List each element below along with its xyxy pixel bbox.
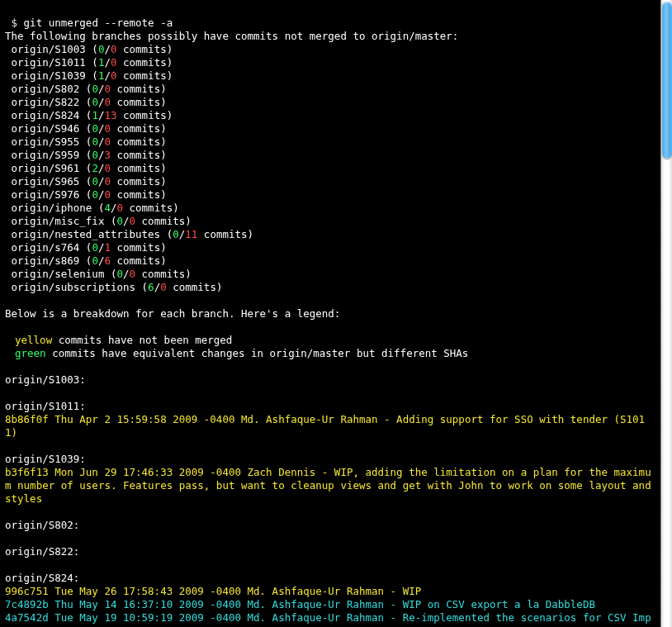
commit-count-a: 0 xyxy=(173,228,179,240)
commit-count-a: 0 xyxy=(92,83,98,95)
branch-section-header: origin/S802: xyxy=(5,519,79,531)
intro-line: The following branches possibly have com… xyxy=(5,30,458,42)
commit-count-a: 6 xyxy=(148,281,154,293)
commit-count-b: 13 xyxy=(104,109,116,121)
branch-row: origin/iphone (4/0 commits) xyxy=(12,202,179,214)
commit-count-a: 0 xyxy=(116,215,123,227)
commit-line: 7c4892b Thu May 14 16:37:10 2009 -0400 M… xyxy=(5,598,595,610)
commit-count-a: 0 xyxy=(92,135,98,148)
commit-count-a: 0 xyxy=(92,96,98,108)
commit-count-b: 0 xyxy=(104,83,111,95)
commit-count-a: 0 xyxy=(92,254,98,267)
commit-count-b: 3 xyxy=(104,149,111,161)
branch-sections: origin/S1003: origin/S1011: 8b86f0f Thu … xyxy=(5,373,657,627)
branch-row: origin/S802 (0/0 commits) xyxy=(12,83,167,95)
prompt-line: $ git unmerged --remote -a xyxy=(5,17,173,29)
commit-count-b: 0 xyxy=(111,69,117,82)
branch-section-header: origin/S822: xyxy=(5,545,79,558)
commit-count-b: 0 xyxy=(130,268,136,280)
commit-count-b: 0 xyxy=(111,56,117,69)
commit-count-a: 0 xyxy=(116,268,123,280)
commit-count-a: 0 xyxy=(92,175,98,188)
branch-row: origin/misc_fix (0/0 commits) xyxy=(12,215,192,227)
commit-count-b: 0 xyxy=(116,202,123,214)
branch-section-header: origin/S1039: xyxy=(5,453,86,465)
branch-row: origin/S822 (0/0 commits) xyxy=(12,96,167,108)
branch-row: origin/nested_attributes (0/11 commits) xyxy=(12,228,254,240)
branch-row: origin/S1003 (0/0 commits) xyxy=(12,43,173,55)
commit-line: 8b86f0f Thu Apr 2 15:59:58 2009 -0400 Md… xyxy=(5,413,645,439)
commit-count-a: 0 xyxy=(92,241,98,254)
commit-count-b: 0 xyxy=(104,135,111,148)
branch-row: origin/s869 (0/6 commits) xyxy=(12,254,167,267)
breakdown-intro: Below is a breakdown for each branch. He… xyxy=(5,307,340,320)
legend-yellow-desc: commits have not been merged xyxy=(52,334,232,346)
commit-count-a: 0 xyxy=(92,149,98,161)
branch-row: origin/S824 (1/13 commits) xyxy=(12,109,173,121)
commit-count-a: 1 xyxy=(92,109,98,121)
commit-line: 996c751 Tue May 26 17:58:43 2009 -0400 M… xyxy=(5,585,421,597)
commit-count-b: 0 xyxy=(104,96,111,108)
commit-count-b: 0 xyxy=(111,43,117,55)
commit-count-a: 0 xyxy=(92,122,98,135)
legend-green: green commits have equivalent changes in… xyxy=(5,347,468,359)
branch-section-header: origin/S1003: xyxy=(5,373,86,386)
commit-count-a: 4 xyxy=(104,202,111,214)
branch-section-header: origin/S1011: xyxy=(5,400,86,412)
commit-line: b3f6f13 Mon Jun 29 17:46:33 2009 -0400 Z… xyxy=(5,466,657,505)
commit-count-a: 2 xyxy=(92,162,98,174)
commit-count-b: 0 xyxy=(104,122,111,135)
branch-row: origin/subscriptions (6/0 commits) xyxy=(12,281,223,293)
prompt-symbol: $ xyxy=(12,17,18,29)
commit-count-b: 0 xyxy=(104,162,111,174)
scrollbar[interactable] xyxy=(660,0,672,627)
command-text: git unmerged --remote -a xyxy=(24,17,173,29)
branch-row: origin/S946 (0/0 commits) xyxy=(12,122,167,135)
branch-row: origin/S1011 (1/0 commits) xyxy=(12,56,173,69)
commit-count-b: 0 xyxy=(104,175,111,188)
branch-row: origin/S976 (0/0 commits) xyxy=(12,188,167,201)
commit-count-b: 0 xyxy=(160,281,167,293)
branch-row: origin/s764 (0/1 commits) xyxy=(12,241,167,254)
terminal-output: $ git unmerged --remote -a The following… xyxy=(0,0,660,627)
branch-row: origin/S961 (2/0 commits) xyxy=(12,162,167,174)
commit-count-b: 0 xyxy=(104,188,111,201)
commit-line: 4a7542d Tue May 19 10:59:19 2009 -0400 M… xyxy=(5,611,651,627)
commit-count-b: 1 xyxy=(104,241,111,254)
commit-count-b: 0 xyxy=(130,215,136,227)
commit-count-b: 11 xyxy=(185,228,197,240)
commit-count-b: 6 xyxy=(104,254,111,267)
branch-row: origin/S959 (0/3 commits) xyxy=(12,149,167,161)
branch-row: origin/S965 (0/0 commits) xyxy=(12,175,167,188)
branch-section-header: origin/S824: xyxy=(5,572,79,584)
legend-yellow-label: yellow xyxy=(15,334,52,346)
legend-green-label: green xyxy=(15,347,46,359)
legend-yellow: yellow commits have not been merged xyxy=(5,334,232,346)
branch-row: origin/selenium (0/0 commits) xyxy=(12,268,192,280)
branch-row: origin/S1039 (1/0 commits) xyxy=(12,69,173,82)
commit-count-a: 0 xyxy=(92,188,98,201)
branch-list: origin/S1003 (0/0 commits) origin/S1011 … xyxy=(5,43,253,293)
legend-green-desc: commits have equivalent changes in origi… xyxy=(46,347,469,359)
scroll-thumb[interactable] xyxy=(662,2,672,159)
branch-row: origin/S955 (0/0 commits) xyxy=(12,135,167,148)
